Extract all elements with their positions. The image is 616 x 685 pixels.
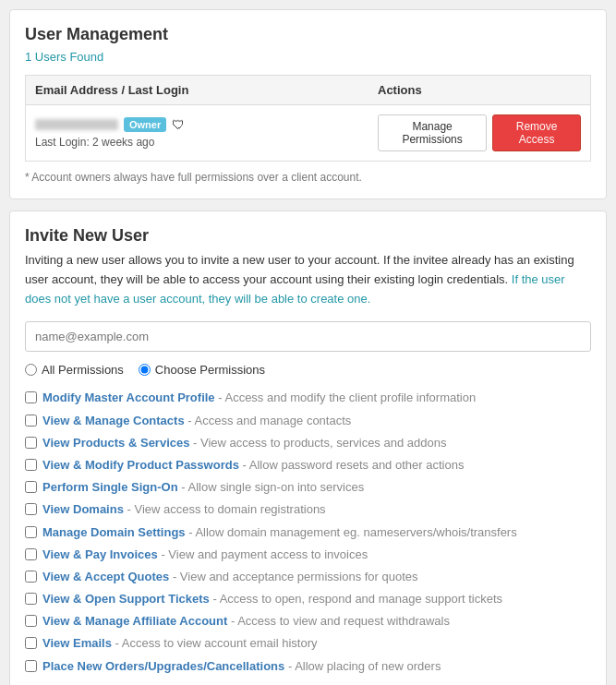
- permission-item: Manage Domain Settings - Allow domain ma…: [25, 524, 591, 541]
- permission-checkbox-2[interactable]: [25, 437, 37, 449]
- permission-desc-5: - View access to domain registrations: [127, 502, 326, 516]
- permission-text-2: View Products & Services - View access t…: [42, 435, 446, 451]
- permission-checkbox-1[interactable]: [25, 415, 37, 427]
- permission-desc-6: - Allow domain management eg. nameserver…: [188, 525, 517, 539]
- permission-text-5: View Domains - View access to domain reg…: [42, 501, 326, 518]
- choose-permissions-text: Choose Permissions: [155, 363, 265, 377]
- permission-name-12: Place New Orders/Upgrades/Cancellations: [42, 659, 284, 673]
- user-actions-cell: Manage Permissions Remove Access: [378, 114, 581, 151]
- permission-text-4: Perform Single Sign-On - Allow single si…: [42, 479, 364, 496]
- permission-text-9: View & Open Support Tickets - Access to …: [42, 591, 502, 607]
- permission-desc-9: - Access to open, respond and manage sup…: [212, 592, 502, 606]
- permission-item: Place New Orders/Upgrades/Cancellations …: [25, 658, 591, 675]
- permission-name-2: View Products & Services: [42, 436, 189, 450]
- permission-name-4: Perform Single Sign-On: [42, 480, 178, 494]
- permission-name-6: Manage Domain Settings: [42, 525, 186, 539]
- user-email-cell: Owner 🛡 Last Login: 2 weeks ago: [35, 117, 378, 149]
- permission-name-11: View Emails: [42, 636, 112, 650]
- permission-name-1: View & Manage Contacts: [42, 414, 185, 427]
- permission-checkbox-10[interactable]: [25, 615, 37, 627]
- all-permissions-radio[interactable]: [25, 364, 37, 376]
- permission-text-0: Modify Master Account Profile - Access a…: [42, 390, 476, 406]
- remove-access-button[interactable]: Remove Access: [492, 114, 581, 151]
- permission-desc-10: - Access to view and request withdrawals: [231, 614, 450, 628]
- permission-checkbox-8[interactable]: [25, 571, 37, 583]
- permissions-list: Modify Master Account Profile - Access a…: [25, 390, 591, 674]
- permission-name-9: View & Open Support Tickets: [42, 592, 210, 606]
- user-management-card: User Management 1 Users Found Email Addr…: [9, 9, 607, 199]
- permission-text-10: View & Manage Affiliate Account - Access…: [42, 613, 450, 630]
- permission-item: View & Pay Invoices - View and payment a…: [25, 547, 591, 563]
- shield-icon: 🛡: [172, 117, 185, 132]
- manage-permissions-button[interactable]: Manage Permissions: [378, 114, 487, 151]
- table-header: Email Address / Last Login Actions: [25, 75, 591, 105]
- permission-desc-2: - View access to products, services and …: [193, 436, 446, 450]
- permissions-footnote: * Account owners always have full permis…: [25, 171, 591, 184]
- permission-item: Modify Master Account Profile - Access a…: [25, 390, 591, 406]
- permission-checkbox-12[interactable]: [25, 660, 37, 672]
- permission-desc-0: - Access and modify the client profile i…: [218, 391, 476, 404]
- permission-item: View Products & Services - View access t…: [25, 435, 591, 451]
- permissions-radio-group: All Permissions Choose Permissions: [25, 363, 591, 377]
- email-blurred: [35, 119, 118, 130]
- owner-badge: Owner: [124, 117, 166, 132]
- invite-email-input[interactable]: [25, 321, 591, 352]
- permission-checkbox-0[interactable]: [25, 391, 37, 403]
- permission-name-10: View & Manage Affiliate Account: [42, 614, 227, 628]
- permission-desc-11: - Access to view account email history: [115, 636, 318, 650]
- permission-desc-8: - View and acceptance permissions for qu…: [173, 570, 418, 583]
- permission-item: View & Open Support Tickets - Access to …: [25, 591, 591, 607]
- permission-desc-12: - Allow placing of new orders: [288, 659, 441, 673]
- permission-desc-4: - Allow single sign-on into services: [181, 480, 364, 494]
- permission-item: View & Manage Affiliate Account - Access…: [25, 613, 591, 630]
- permission-item: Perform Single Sign-On - Allow single si…: [25, 479, 591, 496]
- permission-checkbox-9[interactable]: [25, 593, 37, 605]
- permission-text-8: View & Accept Quotes - View and acceptan…: [42, 569, 418, 585]
- invite-desc-text1: Inviting a new user allows you to invite…: [25, 253, 574, 286]
- permission-text-1: View & Manage Contacts - Access and mana…: [42, 413, 351, 429]
- page-title: User Management: [25, 25, 591, 44]
- choose-permissions-radio[interactable]: [139, 364, 151, 376]
- permission-text-11: View Emails - Access to view account ema…: [42, 635, 317, 652]
- permission-checkbox-6[interactable]: [25, 526, 37, 538]
- invite-description: Inviting a new user allows you to invite…: [25, 251, 591, 308]
- choose-permissions-label[interactable]: Choose Permissions: [139, 363, 265, 377]
- permission-checkbox-3[interactable]: [25, 459, 37, 471]
- permission-text-12: Place New Orders/Upgrades/Cancellations …: [42, 658, 441, 675]
- permission-desc-1: - Access and manage contacts: [187, 414, 351, 427]
- permission-name-5: View Domains: [42, 502, 124, 516]
- permission-item: View & Modify Product Passwords - Allow …: [25, 457, 591, 474]
- last-login-text: Last Login: 2 weeks ago: [35, 136, 378, 149]
- permission-name-3: View & Modify Product Passwords: [42, 458, 239, 472]
- email-column-header: Email Address / Last Login: [35, 83, 378, 97]
- all-permissions-text: All Permissions: [42, 363, 124, 377]
- users-found-count: 1 Users Found: [25, 50, 591, 64]
- permission-name-7: View & Pay Invoices: [42, 547, 158, 561]
- all-permissions-label[interactable]: All Permissions: [25, 363, 124, 377]
- permission-checkbox-11[interactable]: [25, 637, 37, 649]
- permission-item: View & Accept Quotes - View and acceptan…: [25, 569, 591, 585]
- permission-text-3: View & Modify Product Passwords - Allow …: [42, 457, 464, 474]
- table-row: Owner 🛡 Last Login: 2 weeks ago Manage P…: [25, 105, 591, 162]
- permission-checkbox-4[interactable]: [25, 481, 37, 493]
- invite-user-card: Invite New User Inviting a new user allo…: [9, 210, 607, 685]
- permission-desc-3: - Allow password resets and other action…: [243, 458, 465, 472]
- actions-column-header: Actions: [378, 83, 581, 97]
- permission-item: View & Manage Contacts - Access and mana…: [25, 413, 591, 429]
- permission-item: View Emails - Access to view account ema…: [25, 635, 591, 652]
- permission-desc-7: - View and payment access to invoices: [161, 547, 368, 561]
- permission-checkbox-5[interactable]: [25, 503, 37, 515]
- permission-text-7: View & Pay Invoices - View and payment a…: [42, 547, 368, 563]
- invite-section-title: Invite New User: [25, 226, 591, 246]
- permission-item: View Domains - View access to domain reg…: [25, 501, 591, 518]
- permission-name-0: Modify Master Account Profile: [42, 391, 215, 404]
- permission-text-6: Manage Domain Settings - Allow domain ma…: [42, 524, 517, 541]
- permission-checkbox-7[interactable]: [25, 548, 37, 560]
- permission-name-8: View & Accept Quotes: [42, 570, 169, 583]
